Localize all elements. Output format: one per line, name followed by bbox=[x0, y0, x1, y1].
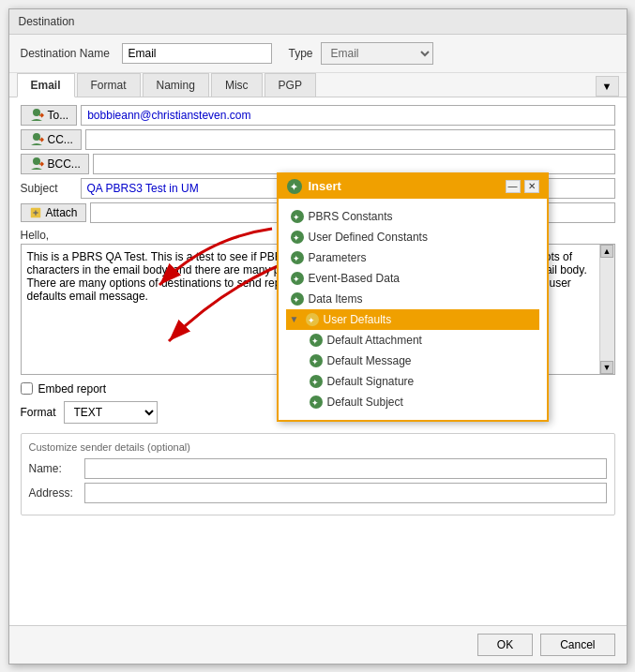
attach-button[interactable]: Attach bbox=[21, 203, 86, 222]
scrollbar-up[interactable]: ▲ bbox=[600, 245, 613, 258]
default-message-label: Default Message bbox=[327, 354, 412, 367]
scrollbar-down[interactable]: ▼ bbox=[600, 361, 613, 374]
user-defaults-children: ✦ Default Attachment ✦ Default Message bbox=[286, 330, 539, 412]
tree-item-default-message[interactable]: ✦ Default Message bbox=[305, 351, 539, 371]
default-subject-icon: ✦ bbox=[309, 395, 324, 410]
embed-report-label: Embed report bbox=[38, 382, 107, 396]
cc-input[interactable] bbox=[85, 129, 615, 150]
tree-item-default-attachment[interactable]: ✦ Default Attachment bbox=[305, 330, 539, 351]
user-defaults-label: User Defaults bbox=[324, 313, 392, 326]
bcc-button[interactable]: BCC... bbox=[21, 154, 89, 174]
cc-icon bbox=[29, 132, 44, 147]
dialog-footer: OK Cancel bbox=[9, 625, 627, 664]
format-label: Format bbox=[21, 406, 56, 419]
tree-item-parameters[interactable]: ✦ Parameters bbox=[286, 247, 539, 268]
customize-section: Customize sender details (optional) Name… bbox=[21, 433, 615, 515]
user-defaults-icon: ✦ bbox=[305, 312, 320, 327]
insert-minimize-button[interactable]: — bbox=[506, 180, 521, 193]
subject-label: Subject bbox=[21, 182, 81, 195]
insert-close-button[interactable]: ✕ bbox=[524, 180, 539, 193]
pbrs-constants-icon: ✦ bbox=[290, 209, 305, 224]
insert-dialog: ✦ Insert — ✕ ✦ PBRS Constants bbox=[277, 172, 549, 422]
insert-dialog-icon: ✦ bbox=[286, 178, 303, 195]
cc-row: CC... bbox=[21, 129, 615, 150]
tab-naming[interactable]: Naming bbox=[143, 73, 209, 97]
email-tab-content: To... CC... bbox=[9, 97, 627, 625]
destination-name-row: Destination Name Type Email bbox=[9, 35, 627, 73]
attach-icon bbox=[29, 206, 42, 219]
svg-text:✦: ✦ bbox=[311, 336, 319, 346]
pbrs-constants-label: PBRS Constants bbox=[309, 210, 393, 223]
main-dialog: Destination Destination Name Type Email … bbox=[8, 8, 627, 665]
insert-dialog-title: Insert bbox=[309, 179, 341, 193]
bcc-icon bbox=[29, 157, 44, 172]
tree-item-event-based-data[interactable]: ✦ Event-Based Data bbox=[286, 268, 539, 289]
customize-legend: Customize sender details (optional) bbox=[29, 441, 607, 453]
tab-misc[interactable]: Misc bbox=[211, 73, 263, 97]
customize-address-input[interactable] bbox=[84, 483, 607, 503]
insert-title-left: ✦ Insert bbox=[286, 178, 341, 195]
svg-text:✦: ✦ bbox=[293, 233, 300, 243]
bcc-row: BCC... bbox=[21, 154, 615, 174]
tree-item-default-subject[interactable]: ✦ Default Subject bbox=[305, 392, 539, 412]
customize-address-row: Address: bbox=[29, 483, 607, 503]
default-attachment-icon: ✦ bbox=[309, 333, 324, 348]
to-input[interactable] bbox=[81, 105, 614, 126]
svg-point-1 bbox=[33, 133, 40, 141]
svg-text:✦: ✦ bbox=[308, 316, 315, 325]
data-items-label: Data Items bbox=[309, 292, 363, 306]
customize-name-row: Name: bbox=[29, 458, 607, 479]
tab-pgp[interactable]: PGP bbox=[265, 73, 316, 97]
svg-text:✦: ✦ bbox=[293, 254, 300, 263]
to-button[interactable]: To... bbox=[21, 105, 78, 126]
svg-text:✦: ✦ bbox=[293, 275, 300, 284]
cc-button[interactable]: CC... bbox=[21, 129, 82, 150]
format-select[interactable]: TEXT HTML bbox=[64, 401, 158, 424]
default-subject-label: Default Subject bbox=[327, 396, 403, 409]
destination-name-input[interactable] bbox=[122, 43, 272, 64]
tab-bar: Email Format Naming Misc PGP ▼ bbox=[9, 73, 627, 97]
type-label: Type bbox=[289, 47, 313, 60]
tree-item-user-defined-constants[interactable]: ✦ User Defined Constants bbox=[286, 227, 539, 247]
user-defined-constants-icon: ✦ bbox=[290, 230, 305, 245]
default-signature-label: Default Signature bbox=[327, 375, 415, 388]
svg-text:✦: ✦ bbox=[311, 357, 319, 366]
default-signature-icon: ✦ bbox=[309, 374, 324, 389]
default-attachment-label: Default Attachment bbox=[327, 334, 422, 347]
to-icon bbox=[29, 108, 44, 123]
default-message-icon: ✦ bbox=[309, 353, 324, 368]
tree-item-default-signature[interactable]: ✦ Default Signature bbox=[305, 371, 539, 392]
customize-address-label: Address: bbox=[29, 486, 81, 500]
customize-name-input[interactable] bbox=[84, 458, 607, 479]
insert-titlebar-buttons: — ✕ bbox=[506, 180, 539, 193]
to-row: To... bbox=[21, 105, 615, 126]
svg-text:✦: ✦ bbox=[293, 295, 300, 305]
scrollbar-thumb bbox=[600, 258, 614, 361]
tab-dropdown[interactable]: ▼ bbox=[596, 76, 619, 97]
user-defaults-expand-arrow: ▼ bbox=[290, 314, 301, 324]
svg-text:✦: ✦ bbox=[311, 398, 319, 408]
tab-email[interactable]: Email bbox=[17, 73, 75, 97]
svg-text:✦: ✦ bbox=[290, 182, 298, 192]
cancel-button[interactable]: Cancel bbox=[540, 634, 614, 656]
svg-text:✦: ✦ bbox=[311, 378, 319, 387]
tab-format[interactable]: Format bbox=[77, 73, 141, 97]
svg-text:✦: ✦ bbox=[293, 213, 300, 222]
bcc-input[interactable] bbox=[93, 154, 615, 174]
svg-point-2 bbox=[33, 157, 40, 165]
event-based-data-icon: ✦ bbox=[290, 271, 305, 286]
tree-item-pbrs-constants[interactable]: ✦ PBRS Constants bbox=[286, 206, 539, 227]
destination-name-label: Destination Name bbox=[21, 47, 114, 60]
tree-item-data-items[interactable]: ✦ Data Items bbox=[286, 289, 539, 309]
data-items-icon: ✦ bbox=[290, 291, 305, 306]
embed-report-checkbox[interactable] bbox=[21, 382, 33, 395]
ok-button[interactable]: OK bbox=[477, 634, 533, 656]
tree-item-user-defaults[interactable]: ▼ ✦ User Defaults bbox=[286, 309, 539, 330]
parameters-icon: ✦ bbox=[290, 250, 305, 265]
user-defined-constants-label: User Defined Constants bbox=[309, 231, 428, 244]
customize-name-label: Name: bbox=[29, 462, 81, 475]
parameters-label: Parameters bbox=[309, 251, 367, 264]
insert-body: ✦ PBRS Constants ✦ User Defined Constant… bbox=[279, 199, 547, 420]
type-select[interactable]: Email bbox=[321, 42, 433, 65]
svg-point-0 bbox=[33, 109, 40, 116]
